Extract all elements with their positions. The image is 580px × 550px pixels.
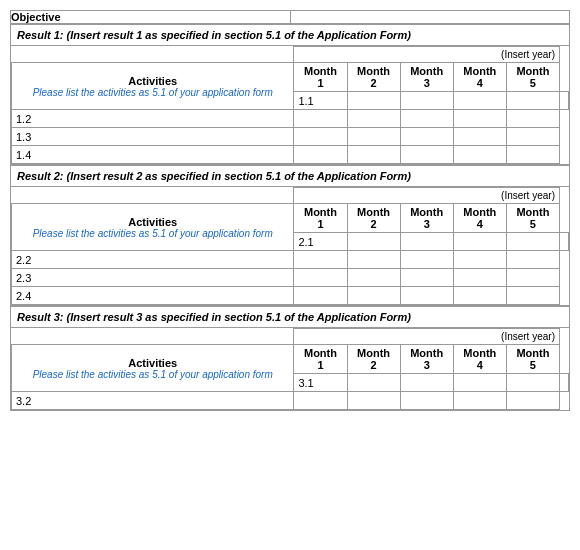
result-2-month-5-header: Month5 bbox=[506, 204, 559, 233]
data-cell bbox=[453, 287, 506, 305]
main-table: Objective bbox=[10, 10, 570, 24]
data-cell bbox=[347, 146, 400, 164]
result-1-header-table: Result 1: (Insert result 1 as specified … bbox=[10, 24, 570, 165]
data-cell bbox=[294, 146, 347, 164]
data-cell bbox=[453, 128, 506, 146]
result-3-month-4-header: Month4 bbox=[453, 345, 506, 374]
result-1-month-1-header: Month1 bbox=[294, 63, 347, 92]
data-cell bbox=[347, 374, 400, 392]
data-cell bbox=[559, 92, 568, 110]
data-cell bbox=[400, 392, 453, 410]
result-1-insert-year: (Insert year) bbox=[294, 47, 560, 63]
result-1-month-3-header: Month3 bbox=[400, 63, 453, 92]
data-cell bbox=[294, 269, 347, 287]
result-3-month-3-header: Month3 bbox=[400, 345, 453, 374]
data-cell bbox=[453, 269, 506, 287]
data-cell bbox=[453, 110, 506, 128]
row-label-1.2: 1.2 bbox=[12, 110, 294, 128]
data-cell bbox=[347, 233, 400, 251]
result-1-activity-cell: (Insert year)ActivitiesPlease list the a… bbox=[11, 46, 570, 165]
result-1-year-empty bbox=[12, 47, 294, 63]
data-cell bbox=[400, 287, 453, 305]
data-cell bbox=[506, 92, 559, 110]
data-cell bbox=[400, 269, 453, 287]
result-2-activities-subtext: Please list the activities as 5.1 of you… bbox=[16, 228, 289, 239]
objective-row: Objective bbox=[11, 11, 570, 24]
result-3-month-header-row: ActivitiesPlease list the activities as … bbox=[12, 345, 569, 374]
result-1-activities-subtext: Please list the activities as 5.1 of you… bbox=[16, 87, 289, 98]
objective-label: Objective bbox=[11, 11, 291, 24]
data-cell bbox=[400, 233, 453, 251]
result-1-month-2-header: Month2 bbox=[347, 63, 400, 92]
result-2-header-cell: Result 2: (Insert result 2 as specified … bbox=[11, 166, 570, 187]
result-2-month-3-header: Month3 bbox=[400, 204, 453, 233]
result-2-activity-cell: (Insert year)ActivitiesPlease list the a… bbox=[11, 187, 570, 306]
data-cell bbox=[400, 251, 453, 269]
result-2-year-row: (Insert year) bbox=[12, 188, 569, 204]
data-cell bbox=[400, 146, 453, 164]
data-cell bbox=[506, 110, 559, 128]
result-3-activities-title: Activities bbox=[16, 357, 289, 369]
data-cell bbox=[347, 128, 400, 146]
data-cell bbox=[294, 392, 347, 410]
row-label-1.4: 1.4 bbox=[12, 146, 294, 164]
result-3-month-2-header: Month2 bbox=[347, 345, 400, 374]
data-cell bbox=[453, 92, 506, 110]
table-row: 2.2 bbox=[12, 251, 569, 269]
result-1-activities-header-cell: ActivitiesPlease list the activities as … bbox=[12, 63, 294, 110]
data-cell bbox=[294, 128, 347, 146]
table-row: 3.2 bbox=[12, 392, 569, 410]
row-label-3.2: 3.2 bbox=[12, 392, 294, 410]
result-1-header-row: Result 1: (Insert result 1 as specified … bbox=[11, 25, 570, 46]
data-cell bbox=[506, 287, 559, 305]
result-3-activities-header-cell: ActivitiesPlease list the activities as … bbox=[12, 345, 294, 392]
result-2-header-table: Result 2: (Insert result 2 as specified … bbox=[10, 165, 570, 306]
result-3-year-row: (Insert year) bbox=[12, 329, 569, 345]
data-cell bbox=[453, 251, 506, 269]
data-cell bbox=[294, 251, 347, 269]
result-3-header-row: Result 3: (Insert result 3 as specified … bbox=[11, 307, 570, 328]
row-label-2.4: 2.4 bbox=[12, 287, 294, 305]
result-1-activities-title: Activities bbox=[16, 75, 289, 87]
data-cell bbox=[294, 287, 347, 305]
result-2-activity-row: (Insert year)ActivitiesPlease list the a… bbox=[11, 187, 570, 306]
result-2-month-2-header: Month2 bbox=[347, 204, 400, 233]
data-cell bbox=[453, 392, 506, 410]
data-cell bbox=[294, 110, 347, 128]
data-cell bbox=[347, 269, 400, 287]
result-1-header-cell: Result 1: (Insert result 1 as specified … bbox=[11, 25, 570, 46]
result-3-activity-cell: (Insert year)ActivitiesPlease list the a… bbox=[11, 328, 570, 411]
result-1-month-header-row: ActivitiesPlease list the activities as … bbox=[12, 63, 569, 92]
data-cell bbox=[506, 374, 559, 392]
data-cell bbox=[400, 110, 453, 128]
data-cell bbox=[400, 128, 453, 146]
data-cell bbox=[453, 146, 506, 164]
table-row: 1.2 bbox=[12, 110, 569, 128]
row-label-2.2: 2.2 bbox=[12, 251, 294, 269]
result-1-month-5-header: Month5 bbox=[506, 63, 559, 92]
row-label-3.1: 3.1 bbox=[294, 374, 347, 392]
data-cell bbox=[559, 374, 568, 392]
data-cell bbox=[559, 233, 568, 251]
data-cell bbox=[347, 110, 400, 128]
result-3-activity-row: (Insert year)ActivitiesPlease list the a… bbox=[11, 328, 570, 411]
result-2-insert-year: (Insert year) bbox=[294, 188, 560, 204]
data-cell bbox=[453, 374, 506, 392]
result-1-month-4-header: Month4 bbox=[453, 63, 506, 92]
result-3-inner-table: (Insert year)ActivitiesPlease list the a… bbox=[11, 328, 569, 410]
data-cell bbox=[347, 392, 400, 410]
result-2-activities-title: Activities bbox=[16, 216, 289, 228]
table-row: 2.3 bbox=[12, 269, 569, 287]
result-2-activities-header-cell: ActivitiesPlease list the activities as … bbox=[12, 204, 294, 251]
result-1-inner-table: (Insert year)ActivitiesPlease list the a… bbox=[11, 46, 569, 164]
table-row: 1.3 bbox=[12, 128, 569, 146]
result-2-month-header-row: ActivitiesPlease list the activities as … bbox=[12, 204, 569, 233]
result-3-insert-year: (Insert year) bbox=[294, 329, 560, 345]
objective-value bbox=[290, 11, 570, 24]
data-cell bbox=[506, 146, 559, 164]
result-2-header-row: Result 2: (Insert result 2 as specified … bbox=[11, 166, 570, 187]
data-cell bbox=[453, 233, 506, 251]
data-cell bbox=[347, 251, 400, 269]
row-label-1.1: 1.1 bbox=[294, 92, 347, 110]
data-cell bbox=[506, 269, 559, 287]
